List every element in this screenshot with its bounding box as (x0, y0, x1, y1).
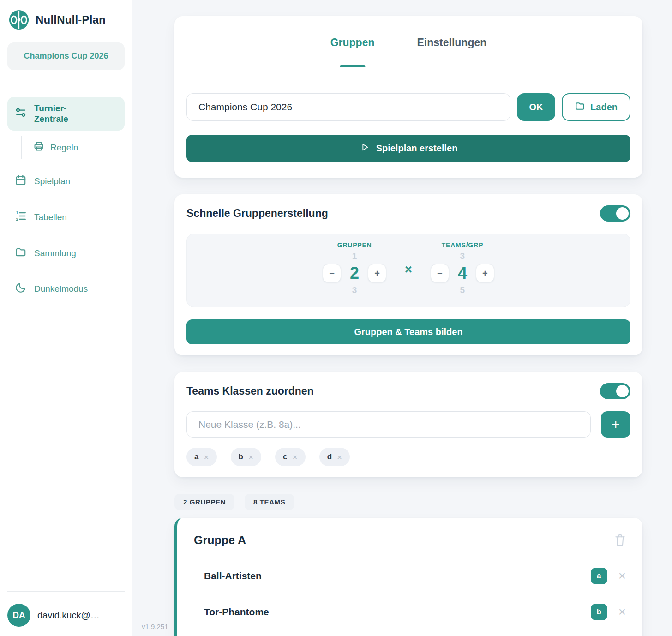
groups-decrement-button[interactable]: − (323, 264, 341, 282)
class-chip: d × (319, 448, 350, 466)
moon-icon (15, 282, 27, 296)
remove-team-icon[interactable]: × (618, 606, 626, 618)
sidebar-nav: Turnier-Zentrale Regeln (7, 97, 125, 312)
sliders-icon (15, 107, 27, 121)
remove-class-icon[interactable]: × (293, 453, 298, 462)
sidebar-item-label: Sammlung (34, 248, 76, 259)
sidebar-item-label: Regeln (50, 143, 78, 153)
group-title: Gruppe A (194, 534, 246, 547)
remove-class-icon[interactable]: × (248, 453, 253, 462)
tab-bar: Gruppen Einstellungen (174, 16, 642, 66)
toggle-knob (616, 385, 629, 397)
user-email: david.kuck@… (37, 610, 100, 621)
groups-prev-value: 1 (352, 251, 357, 261)
team-class-badge[interactable]: a (591, 568, 607, 584)
svg-text:2: 2 (16, 217, 18, 222)
laden-button-label: Laden (590, 102, 618, 113)
sidebar-item-sammlung[interactable]: Sammlung (7, 240, 125, 267)
version-label: v1.9.251 (142, 623, 168, 630)
stepper-panel: GRUPPEN 1 − 2 + 3 × TEAMS/GRP 3 − 4 + 5 (186, 234, 630, 307)
groups-next-value: 3 (352, 285, 357, 295)
user-account-row[interactable]: DA david.kuck@… (7, 591, 125, 627)
add-class-button[interactable]: + (601, 411, 630, 438)
multiply-icon: × (405, 263, 412, 277)
sidebar-item-turnier-zentrale[interactable]: Turnier-Zentrale (7, 97, 125, 131)
folder-icon (15, 246, 27, 261)
tournament-name-input[interactable] (186, 93, 510, 121)
class-chip-label: a (194, 452, 198, 462)
app-title: NullNull-Plan (36, 13, 106, 26)
ok-button[interactable]: OK (517, 93, 555, 121)
class-chips: a × b × c × d × (186, 448, 630, 466)
teams-increment-button[interactable]: + (476, 264, 494, 282)
app-logo-icon (8, 9, 30, 30)
sidebar-subsection: Regeln (21, 136, 125, 159)
class-chip-label: b (239, 452, 243, 462)
teams-decrement-button[interactable]: − (431, 264, 449, 282)
summary-badges: 2 GRUPPEN 8 TEAMS (174, 494, 642, 510)
toggle-knob (616, 207, 629, 220)
groups-value: 2 (348, 264, 361, 283)
folder-icon (575, 101, 585, 114)
class-chip: a × (186, 448, 217, 466)
sidebar: NullNull-Plan Champions Cup 2026 Turnier… (0, 0, 132, 636)
laden-button[interactable]: Laden (562, 93, 630, 121)
sidebar-item-spielplan[interactable]: Spielplan (7, 168, 125, 195)
team-name: Tor-Phantome (204, 606, 269, 618)
remove-team-icon[interactable]: × (618, 570, 626, 582)
classes-card: Teams Klassen zuordnen + a × b × c × d × (174, 372, 642, 477)
sidebar-item-label: Turnier-Zentrale (34, 103, 90, 125)
sidebar-item-dunkelmodus[interactable]: Dunkelmodus (7, 276, 125, 302)
teams-next-value: 5 (460, 285, 465, 295)
teams-stepper-label: TEAMS/GRP (442, 241, 483, 249)
quick-groups-card: Schnelle Gruppenerstellung GRUPPEN 1 − 2… (174, 194, 642, 355)
class-chip-label: c (283, 452, 287, 462)
trash-icon (614, 541, 626, 548)
new-class-input[interactable] (186, 411, 591, 438)
numbered-list-icon: 1 2 (15, 210, 27, 225)
remove-class-icon[interactable]: × (337, 453, 342, 462)
create-schedule-button[interactable]: Spielplan erstellen (186, 135, 630, 162)
quick-groups-toggle[interactable] (600, 205, 630, 222)
build-groups-button[interactable]: Gruppen & Teams bilden (186, 319, 630, 344)
sidebar-item-regeln[interactable]: Regeln (31, 136, 125, 159)
class-chip: c × (275, 448, 306, 466)
sidebar-item-label: Spielplan (34, 176, 70, 187)
class-chip: b × (231, 448, 262, 466)
groups-stepper: GRUPPEN 1 − 2 + 3 (323, 241, 386, 298)
app-logo-row: NullNull-Plan (7, 9, 125, 30)
groups-count-badge: 2 GRUPPEN (174, 494, 234, 510)
play-icon (360, 142, 370, 155)
classes-toggle[interactable] (600, 383, 630, 399)
team-row: Tor-Phantome b × (194, 604, 626, 620)
tab-einstellungen[interactable]: Einstellungen (417, 36, 487, 49)
groups-increment-button[interactable]: + (368, 264, 386, 282)
avatar[interactable]: DA (7, 604, 30, 627)
class-chip-label: d (327, 452, 332, 462)
sidebar-item-label: Dunkelmodus (34, 283, 88, 294)
quick-groups-title: Schnelle Gruppenerstellung (186, 207, 328, 220)
calendar-icon (15, 174, 27, 189)
delete-group-button[interactable] (614, 534, 626, 548)
sidebar-item-tabellen[interactable]: 1 2 Tabellen (7, 204, 125, 231)
tournament-card: Gruppen Einstellungen OK Laden Spielp (174, 16, 642, 178)
sidebar-item-label: Tabellen (34, 212, 67, 223)
teams-value: 4 (456, 264, 469, 283)
svg-text:1: 1 (16, 210, 18, 215)
teams-count-badge: 8 TEAMS (245, 494, 294, 510)
tab-gruppen[interactable]: Gruppen (330, 36, 375, 49)
group-a-card: Gruppe A Ball-Artisten a × Tor-Phantome … (174, 518, 642, 636)
groups-stepper-label: GRUPPEN (337, 241, 372, 249)
teams-stepper: TEAMS/GRP 3 − 4 + 5 (431, 241, 494, 298)
remove-class-icon[interactable]: × (204, 453, 209, 462)
team-name: Ball-Artisten (204, 570, 262, 582)
team-class-badge[interactable]: b (591, 604, 607, 620)
teams-prev-value: 3 (460, 251, 465, 261)
main-content: v1.9.251 Gruppen Einstellungen OK Laden (132, 0, 672, 636)
team-row: Ball-Artisten a × (194, 568, 626, 584)
tournament-badge: Champions Cup 2026 (7, 42, 125, 70)
classes-title: Teams Klassen zuordnen (186, 385, 314, 397)
printer-icon (33, 141, 44, 154)
create-schedule-label: Spielplan erstellen (376, 143, 458, 154)
